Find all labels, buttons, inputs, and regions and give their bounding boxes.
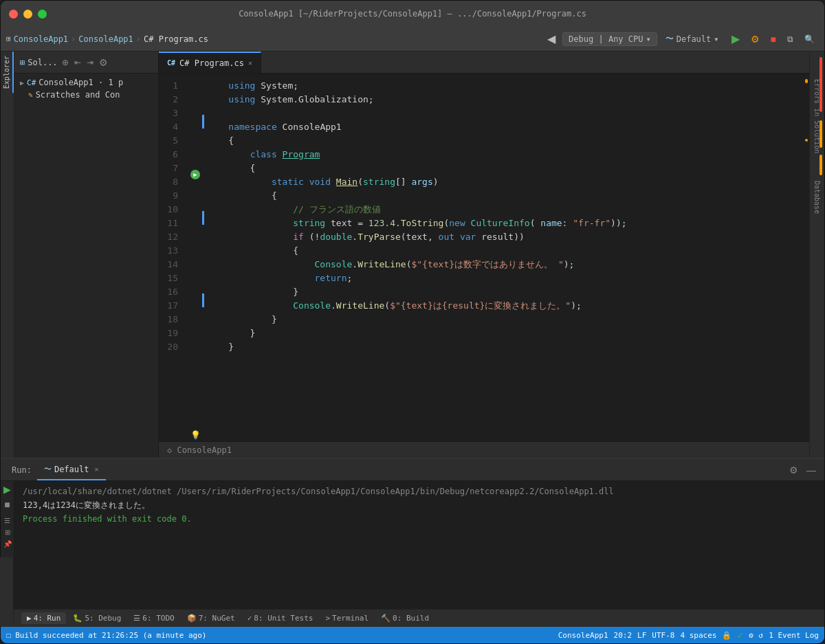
- explorer-toggle[interactable]: Explorer: [1, 52, 14, 93]
- run-strip-pin-button[interactable]: 📌: [3, 540, 12, 548]
- warning-scroll-marker-2: [805, 139, 808, 142]
- checkbox-icon: ☐: [6, 630, 11, 640]
- line-numbers: 1 2 3 4 5 6 7 8 9 10 11 12 13 14 15 16 1: [159, 74, 188, 441]
- tree-caret-icon: ▶: [20, 79, 24, 87]
- terminal-tab-text: Terminal: [332, 614, 368, 623]
- sync-icon: ↺: [759, 631, 764, 640]
- tool-tab-tests[interactable]: ✓ 8: Unit Tests: [242, 612, 319, 624]
- tool-tab-debug[interactable]: 🐛 5: Debug: [67, 612, 126, 624]
- run-tab-icon: 〜: [44, 464, 52, 474]
- editor-bottom: ◇ ConsoleApp1: [159, 441, 809, 458]
- title-bar: ConsoleApp1 [~/RiderProjects/ConsoleApp1…: [1, 1, 824, 27]
- breakpoint-run-marker[interactable]: ▶: [190, 170, 200, 179]
- stop-button[interactable]: ■: [767, 32, 780, 46]
- far-left-strip: Explorer: [1, 52, 14, 458]
- chevron-down-icon: ▾: [646, 34, 650, 44]
- code-lines[interactable]: using System; using System.Globalization…: [204, 74, 800, 441]
- code-line-19: }: [204, 326, 800, 340]
- collapse-all-button[interactable]: ⇤: [73, 56, 82, 69]
- breadcrumb: ⊞ ConsoleApp1 › ConsoleApp1 › C# Program…: [6, 34, 208, 44]
- position-label[interactable]: 20:2: [614, 631, 632, 640]
- bottom-content: ▶ ■ ☰ ⊞ 📌 /usr/local/share/dotnet/dotnet…: [1, 481, 824, 609]
- terminal-icon: >: [325, 614, 330, 623]
- run-tab-close[interactable]: ✕: [94, 465, 98, 473]
- bottom-panel: Run: 〜 Default ✕ ⚙ — ▶ ■ ☰ ⊞ 📌 /usr/lo: [1, 458, 824, 609]
- maximize-button[interactable]: [38, 10, 47, 19]
- window-title: ConsoleApp1 [~/RiderProjects/ConsoleApp1…: [239, 9, 586, 19]
- settings-status-icon: ⚙: [749, 631, 754, 640]
- search-button[interactable]: 🔍: [800, 33, 819, 45]
- event-log-label[interactable]: 1 Event Log: [769, 631, 819, 640]
- bottom-panel-tabs: Run: 〜 Default ✕ ⚙ —: [1, 459, 824, 481]
- editor-content[interactable]: 1 2 3 4 5 6 7 8 9 10 11 12 13 14 15 16 1: [159, 74, 809, 441]
- change-marker-3: [202, 293, 204, 307]
- lightbulb-icon[interactable]: 💡: [190, 430, 201, 440]
- change-marker-2: [202, 211, 204, 225]
- run-strip-lines-button[interactable]: ☰: [4, 517, 10, 524]
- settings-button[interactable]: ⚙: [786, 463, 801, 477]
- code-line-12: if (!double.TryParse(text, out var resul…: [204, 230, 800, 244]
- code-line-2: using System.Globalization;: [204, 93, 800, 107]
- terminal-line-2: 123,4は1234に変換されました。: [23, 499, 816, 511]
- editor-scrollbar[interactable]: [800, 74, 809, 441]
- tool-tab-run[interactable]: ▶ 4: Run: [21, 612, 66, 624]
- editor-tab-program[interactable]: C# C# Program.cs ✕: [159, 52, 261, 73]
- debug-config-selector[interactable]: Debug | Any CPU ▾: [562, 32, 657, 46]
- back-button[interactable]: ◀: [543, 31, 560, 47]
- expand-all-button[interactable]: ⇥: [85, 56, 95, 69]
- run-strip-layout-button[interactable]: ⊞: [5, 529, 10, 536]
- project-label[interactable]: ConsoleApp1: [558, 631, 608, 640]
- tab-close-button[interactable]: ✕: [248, 59, 252, 67]
- status-right: ConsoleApp1 20:2 LF UTF-8 4 spaces 🔒 ✓ ⚙…: [558, 630, 819, 641]
- status-bar: ☐ Build succeeded at 21:26:25 (a minute …: [1, 627, 824, 643]
- add-button[interactable]: ⊕: [60, 56, 70, 69]
- line-endings-label[interactable]: LF: [637, 631, 646, 640]
- run-tab-label: Default: [54, 465, 89, 474]
- run-default-tab[interactable]: 〜 Default ✕: [37, 459, 106, 480]
- tree-item-scratches[interactable]: ✎ Scratches and Con: [14, 89, 158, 101]
- code-line-8: static void Main(string[] args): [204, 175, 800, 189]
- terminal-line-1: /usr/local/share/dotnet/dotnet /Users/ri…: [23, 485, 816, 498]
- minimize-button[interactable]: [23, 10, 32, 19]
- explorer-panel: ⊞ Sol... ⊕ ⇤ ⇥ ⚙ ▶ C# ConsoleApp1 · 1 p …: [14, 52, 159, 458]
- window-toggle-button[interactable]: ⧉: [783, 33, 798, 45]
- collapse-button[interactable]: —: [804, 463, 819, 477]
- toolbar: ⊞ ConsoleApp1 › ConsoleApp1 › C# Program…: [1, 27, 824, 52]
- warnings-scrollbar-marker-2: [820, 155, 822, 175]
- debug-config-label: Debug | Any CPU: [569, 34, 643, 44]
- code-line-16: }: [204, 285, 800, 299]
- back-icon: ◀: [547, 32, 556, 45]
- run-strip-run-button[interactable]: ▶: [3, 484, 11, 495]
- run-strip-stop-button[interactable]: ■: [4, 499, 10, 510]
- warnings-scrollbar-marker: [820, 120, 822, 148]
- breadcrumb-item-3[interactable]: C# Program.cs: [144, 34, 208, 44]
- debug-button[interactable]: ⚙: [747, 32, 764, 46]
- tree-item-consoleapp1[interactable]: ▶ C# ConsoleApp1 · 1 p: [14, 76, 158, 89]
- scratches-icon: ✎: [28, 91, 33, 100]
- tool-tab-nuget[interactable]: 📦 7: NuGet: [182, 612, 241, 624]
- default-config-selector[interactable]: 〜 Default ▾: [660, 32, 725, 46]
- code-line-5: {: [204, 134, 800, 148]
- csharp-icon: C#: [167, 59, 175, 67]
- database-tab[interactable]: Database: [811, 174, 823, 221]
- tool-tab-todo[interactable]: ☰ 6: TODO: [128, 612, 179, 624]
- breadcrumb-item-1[interactable]: ConsoleApp1: [14, 34, 68, 44]
- close-button[interactable]: [9, 10, 18, 19]
- indent-label[interactable]: 4 spaces: [680, 631, 716, 640]
- settings-icon[interactable]: ⚙: [98, 56, 109, 69]
- editor-tabs: C# C# Program.cs ✕: [159, 52, 809, 74]
- tool-tab-terminal[interactable]: > Terminal: [320, 612, 374, 624]
- code-line-7: {: [204, 162, 800, 175]
- tests-tab-text: 8: Unit Tests: [254, 614, 313, 623]
- encoding-label[interactable]: UTF-8: [652, 631, 674, 640]
- build-status-text: Build succeeded at 21:26:25 (a minute ag…: [15, 631, 206, 640]
- code-line-13: {: [204, 244, 800, 258]
- code-line-11: string text = 123.4.ToString(new Culture…: [204, 216, 800, 230]
- run-tab-text: 4: Run: [34, 614, 61, 623]
- breadcrumb-item-2[interactable]: ConsoleApp1: [78, 34, 133, 44]
- run-button[interactable]: ▶: [727, 31, 744, 47]
- tool-tab-build[interactable]: 🔨 0: Build: [375, 612, 434, 624]
- bottom-panel-actions: ⚙ —: [786, 463, 819, 477]
- status-left: ☐ Build succeeded at 21:26:25 (a minute …: [6, 630, 206, 640]
- code-line-18: }: [204, 313, 800, 326]
